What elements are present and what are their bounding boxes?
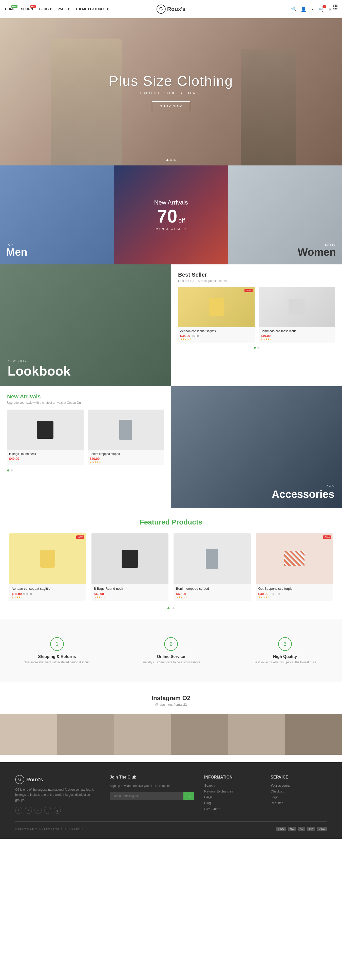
price-row: $35.00 $60.00 bbox=[180, 334, 253, 338]
featured-product-1[interactable]: B Bags Round neck $40.00 ★★★★☆ bbox=[92, 533, 169, 601]
price-row: $35.00 $60.00 bbox=[12, 592, 84, 596]
arr-dot-2[interactable] bbox=[11, 469, 13, 471]
hero-shop-now-button[interactable]: SHOP NOW bbox=[152, 101, 190, 111]
footer-link-search[interactable]: Search bbox=[204, 784, 260, 788]
arrivals-dots bbox=[7, 469, 164, 471]
footer-email-row: → bbox=[110, 792, 194, 800]
search-icon[interactable]: 🔍 bbox=[291, 6, 297, 12]
nav-blog-label: BLOG bbox=[39, 7, 49, 11]
price-original: $60.00 bbox=[23, 592, 32, 595]
bestseller-products: -42% Aenean consequat sagittis $35.00 $6… bbox=[178, 287, 335, 342]
account-icon[interactable]: 👤 bbox=[301, 6, 306, 12]
more-icon[interactable]: ⋯ bbox=[310, 6, 315, 12]
footer-link-returns[interactable]: Returns Exchanges bbox=[204, 789, 260, 793]
banner-sale-off: off bbox=[178, 217, 185, 224]
email-input[interactable] bbox=[110, 792, 184, 800]
footer-socials: f t in p g bbox=[15, 807, 100, 814]
bestseller-product-0[interactable]: -42% Aenean consequat sagittis $35.00 $6… bbox=[178, 287, 255, 342]
instagram-photo-3[interactable] bbox=[114, 714, 171, 755]
footer-grid: G Roux's O2 is one of the largest intern… bbox=[15, 775, 327, 814]
twitter-icon[interactable]: t bbox=[25, 807, 32, 814]
price-row: $40.00 $120.00 bbox=[258, 592, 331, 596]
footer-link-checkout[interactable]: Checkout bbox=[271, 789, 327, 793]
nav-shop-label: SHOP bbox=[21, 7, 30, 11]
price-sale: $35.00 bbox=[12, 592, 22, 596]
accessories-panel[interactable]: XXX Accessories bbox=[171, 386, 342, 508]
footer-logo[interactable]: G Roux's bbox=[15, 775, 100, 784]
chevron-down-icon: ▾ bbox=[107, 7, 108, 11]
feature-desc: Guarantee shipment within stated period … bbox=[24, 660, 90, 664]
footer-link-size-guide[interactable]: Size Guide bbox=[204, 807, 260, 811]
product-name: Benim cropped striped bbox=[90, 452, 162, 456]
hero-dot-2[interactable] bbox=[170, 159, 172, 161]
banner-women[interactable]: BASIC Women bbox=[228, 165, 342, 264]
bestseller-product-1[interactable]: Commodo habitasse lacus $49.00 ★★★★★ bbox=[259, 287, 335, 342]
price-sale: $40.00 bbox=[176, 592, 186, 596]
feature-desc: Best value for what you pay at the lowes… bbox=[253, 660, 316, 664]
arrivals-product-1[interactable]: Benim cropped striped $40.00 ★★★★☆ bbox=[88, 410, 164, 465]
price-sale: $40.00 bbox=[258, 592, 269, 596]
footer-join-desc: Sign up now and receive your $1 10 vouch… bbox=[110, 784, 194, 788]
footer-link-login[interactable]: Login bbox=[271, 795, 327, 799]
mastercard-icon: MC bbox=[288, 827, 296, 831]
nav-home[interactable]: HOME New bbox=[5, 7, 15, 11]
nav-blog[interactable]: BLOG ▾ bbox=[39, 7, 52, 11]
logo[interactable]: G Roux's bbox=[157, 5, 185, 14]
instagram-photo-6[interactable] bbox=[285, 714, 342, 755]
hero-dot-1[interactable] bbox=[166, 159, 168, 161]
hero-dot-3[interactable] bbox=[174, 159, 176, 161]
featured-product-0[interactable]: -42% Aenean consequat sagittis $35.00 $6… bbox=[9, 533, 86, 601]
hero-person-right bbox=[241, 49, 296, 165]
cart-icon[interactable]: 🛒 0 bbox=[319, 6, 325, 12]
grid-view-icon[interactable] bbox=[332, 3, 339, 10]
main-nav: HOME New SHOP Hot ▾ BLOG ▾ PAGE ▾ THEME … bbox=[5, 7, 108, 11]
price-row: $40.00 bbox=[90, 457, 162, 461]
logo-symbol: G bbox=[157, 5, 166, 14]
lookbook-panel[interactable]: NEW 2017 Lookbook bbox=[0, 264, 171, 386]
product-info: B Bags Round neck $40.00 bbox=[7, 450, 84, 463]
shipping-icon: 1 bbox=[50, 637, 64, 651]
nav-shop[interactable]: SHOP Hot ▾ bbox=[21, 7, 33, 11]
footer: G Roux's O2 is one of the largest intern… bbox=[0, 762, 342, 838]
nav-theme-features[interactable]: THEME FEATURES ▾ bbox=[76, 7, 108, 11]
googleplus-icon[interactable]: g bbox=[54, 807, 61, 814]
linkedin-icon[interactable]: in bbox=[35, 807, 41, 814]
instagram-grid bbox=[0, 714, 342, 755]
pinterest-icon[interactable]: p bbox=[44, 807, 51, 814]
bs-dot-2[interactable] bbox=[257, 347, 260, 348]
footer-link-blog[interactable]: Blog bbox=[204, 801, 260, 805]
feat-dot-2[interactable] bbox=[173, 607, 174, 609]
featured-dots bbox=[9, 607, 333, 609]
instagram-photo-1[interactable] bbox=[0, 714, 57, 755]
features-section: 1 Shipping & Returns Guarantee shipment … bbox=[0, 619, 342, 682]
feature-shipping: 1 Shipping & Returns Guarantee shipment … bbox=[0, 632, 114, 669]
instagram-photo-5[interactable] bbox=[228, 714, 285, 755]
instagram-photo-4[interactable] bbox=[171, 714, 228, 755]
featured-product-2[interactable]: Benim cropped striped $40.00 ★★★★☆ bbox=[174, 533, 251, 601]
facebook-icon[interactable]: f bbox=[15, 807, 22, 814]
product-image bbox=[88, 410, 164, 450]
hero-subtitle: LOOKBOOK STORE bbox=[109, 91, 233, 95]
footer-logo-symbol: G bbox=[15, 775, 24, 784]
bestseller-dots bbox=[178, 347, 335, 348]
feature-num: 2 bbox=[169, 641, 173, 648]
instagram-photo-2[interactable] bbox=[57, 714, 114, 755]
arr-dot-1[interactable] bbox=[7, 469, 9, 471]
chevron-down-icon: ▾ bbox=[50, 7, 51, 11]
footer-link-faqs[interactable]: FAQs bbox=[204, 795, 260, 799]
banner-sale[interactable]: New Arrivals 70 off MEN & WOMEN bbox=[114, 165, 228, 264]
footer-link-account[interactable]: Your account bbox=[271, 784, 327, 788]
featured-product-3[interactable]: -33% Get Suspendisse turpis $40.00 $120.… bbox=[256, 533, 333, 601]
bestseller-sub: Find the top 100 most popular items bbox=[178, 279, 335, 283]
banner-sale-title: New Arrivals bbox=[154, 199, 188, 206]
arrivals-product-0[interactable]: B Bags Round neck $40.00 bbox=[7, 410, 84, 465]
feature-num: 3 bbox=[283, 641, 287, 648]
subscribe-button[interactable]: → bbox=[184, 792, 194, 800]
nav-page[interactable]: PAGE ▾ bbox=[57, 7, 70, 11]
amex-icon: AE bbox=[298, 827, 305, 831]
footer-link-register[interactable]: Register bbox=[271, 801, 327, 805]
banner-men[interactable]: TOP Men bbox=[0, 165, 114, 264]
feat-dot-1[interactable] bbox=[168, 607, 169, 609]
header-icons: 🔍 👤 ⋯ 🛒 0 $0.00 bbox=[291, 6, 337, 12]
bs-dot-1[interactable] bbox=[254, 347, 256, 348]
